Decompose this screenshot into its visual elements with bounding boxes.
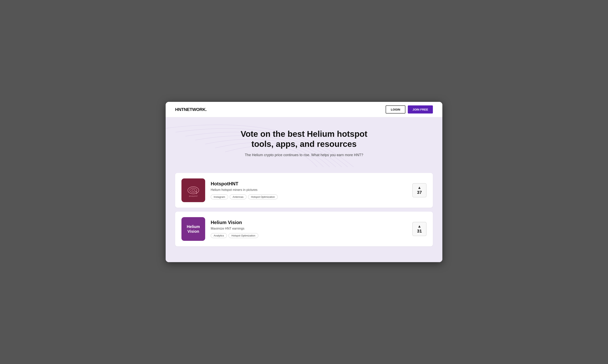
card-title-hotspothnt: HotspotHNT [211, 181, 407, 187]
card-tags-hotspothnt: Instagram Antennas Hotspot Optimization [211, 195, 407, 199]
card-heliumvision: Helium Vision Helium Vision Maximize HNT… [175, 212, 433, 246]
logo-network: NETWORK. [184, 107, 207, 112]
logo: HNTNETWORK. [175, 107, 207, 112]
card-info-heliumvision: Helium Vision Maximize HNT earnings Anal… [211, 220, 407, 238]
vote-count-hotspothnt: 37 [417, 190, 422, 195]
join-button[interactable]: JOIN FREE [408, 105, 433, 114]
card-logo-hotspothnt: @hotspotHNT [181, 179, 205, 202]
tag-antennas[interactable]: Antennas [230, 195, 247, 199]
cards-area: @hotspotHNT HotspotHNT Helium hotspot mi… [166, 167, 442, 262]
tag-analytics[interactable]: Analytics [211, 233, 227, 238]
card-logo-heliumvision: Helium Vision [181, 217, 205, 241]
svg-point-2 [192, 189, 195, 191]
vote-count-heliumvision: 31 [417, 229, 422, 234]
browser-window: HNTNETWORK. LOGIN JOIN FREE Vote [166, 102, 442, 262]
hero-content: Vote on the best Helium hotspot tools, a… [175, 129, 433, 157]
tag-hotspot-optimization-2[interactable]: Hotspot Optimization [229, 233, 258, 238]
vote-arrow-icon: ▲ [417, 185, 421, 190]
hotspothnt-logo-inner: @hotspotHNT [181, 179, 205, 202]
login-button[interactable]: LOGIN [386, 105, 405, 114]
vote-arrow-icon-2: ▲ [417, 224, 421, 228]
card-desc-hotspothnt: Helium hotspot miners in pictures [211, 188, 407, 192]
hero-section: Vote on the best Helium hotspot tools, a… [166, 117, 442, 167]
card-title-heliumvision: Helium Vision [211, 220, 407, 225]
hero-heading: Vote on the best Helium hotspot tools, a… [235, 129, 373, 149]
vote-button-heliumvision[interactable]: ▲ 31 [412, 222, 427, 236]
svg-point-1 [190, 188, 197, 193]
hero-subtext: The Helium crypto price continues to ris… [240, 153, 368, 157]
heliumvision-logo-line2: Vision [187, 229, 200, 234]
card-info-hotspothnt: HotspotHNT Helium hotspot miners in pict… [211, 181, 407, 199]
card-tags-heliumvision: Analytics Hotspot Optimization [211, 233, 407, 238]
card-desc-heliumvision: Maximize HNT earnings [211, 227, 407, 230]
tag-instagram[interactable]: Instagram [211, 195, 228, 199]
svg-point-0 [188, 187, 199, 194]
nav-buttons: LOGIN JOIN FREE [386, 105, 433, 114]
heliumvision-logo-text: Helium Vision [187, 224, 200, 234]
heliumvision-logo-line1: Helium [187, 224, 200, 229]
nav-bar: HNTNETWORK. LOGIN JOIN FREE [166, 102, 442, 117]
tag-hotspot-optimization[interactable]: Hotspot Optimization [248, 195, 278, 199]
card-hotspothnt: @hotspotHNT HotspotHNT Helium hotspot mi… [175, 173, 433, 208]
svg-text:@hotspotHNT: @hotspotHNT [189, 195, 198, 197]
vote-button-hotspothnt[interactable]: ▲ 37 [412, 183, 427, 197]
logo-hnt: HNT [175, 107, 184, 112]
